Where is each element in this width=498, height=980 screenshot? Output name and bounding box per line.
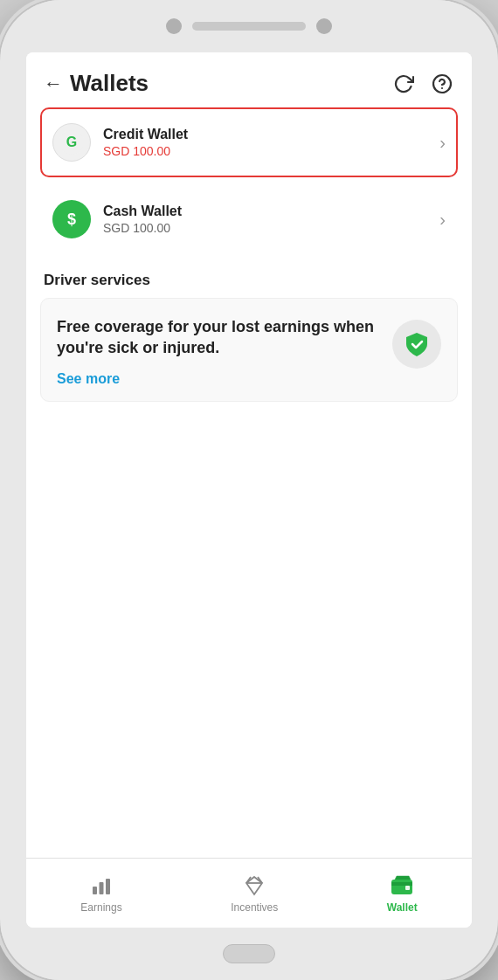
svg-rect-5 xyxy=(93,887,97,894)
svg-rect-14 xyxy=(405,886,410,890)
credit-wallet-icon-wrap: G xyxy=(52,123,91,162)
grab-g-icon: G xyxy=(59,129,85,155)
driver-services-title: Free coverage for your lost earnings whe… xyxy=(57,316,378,359)
front-camera-right xyxy=(316,18,332,34)
see-more-link[interactable]: See more xyxy=(57,371,120,386)
page-title: Wallets xyxy=(70,70,391,97)
tab-wallet[interactable]: Wallet xyxy=(370,866,435,921)
cash-wallet-name: Cash Wallet xyxy=(103,204,432,219)
tab-wallet-label: Wallet xyxy=(387,901,418,914)
app-screen: ← Wallets xyxy=(26,52,472,928)
credit-wallet-balance: SGD 100.00 xyxy=(103,144,432,158)
help-button[interactable] xyxy=(430,72,454,96)
credit-wallet-info: Credit Wallet SGD 100.00 xyxy=(103,127,432,158)
back-button[interactable]: ← xyxy=(44,72,63,95)
refresh-button[interactable] xyxy=(391,72,416,96)
header-icons xyxy=(391,72,454,96)
svg-rect-6 xyxy=(99,882,103,894)
tab-incentives[interactable]: Incentives xyxy=(213,866,295,921)
tab-incentives-label: Incentives xyxy=(231,901,278,914)
phone-shell: ← Wallets xyxy=(0,0,498,980)
wallet-tab-icon xyxy=(390,873,414,898)
front-camera xyxy=(166,18,182,34)
cash-wallet-info: Cash Wallet SGD 100.00 xyxy=(103,204,432,235)
credit-wallet-name: Credit Wallet xyxy=(103,127,432,142)
tab-earnings[interactable]: Earnings xyxy=(63,866,139,921)
cash-wallet-icon-wrap: $ xyxy=(52,200,91,238)
tab-bar: Earnings Incentives xyxy=(26,858,472,928)
speaker xyxy=(192,22,306,31)
phone-bottom xyxy=(0,928,498,980)
svg-rect-7 xyxy=(106,879,110,894)
cash-wallet-chevron: › xyxy=(439,210,446,230)
svg-text:G: G xyxy=(66,135,77,149)
shield-check-icon-wrap xyxy=(392,320,441,369)
driver-services-card: Free coverage for your lost earnings whe… xyxy=(40,298,458,402)
svg-text:$: $ xyxy=(67,210,76,228)
svg-rect-13 xyxy=(391,882,412,886)
driver-services-text: Free coverage for your lost earnings whe… xyxy=(57,316,378,387)
phone-top-bar xyxy=(0,0,498,52)
app-header: ← Wallets xyxy=(26,52,472,107)
shield-check-icon xyxy=(403,330,431,358)
tab-earnings-label: Earnings xyxy=(80,901,121,914)
driver-services-label: Driver services xyxy=(26,261,472,298)
dollar-icon: $ xyxy=(60,208,83,231)
home-button[interactable] xyxy=(223,944,275,963)
content-spacer xyxy=(26,402,472,858)
wallets-list: G Credit Wallet SGD 100.00 › $ xyxy=(26,107,472,261)
bar-chart-icon xyxy=(89,873,114,898)
credit-wallet-chevron: › xyxy=(439,133,446,153)
diamond-icon xyxy=(242,873,266,898)
cash-wallet-balance: SGD 100.00 xyxy=(103,221,432,235)
cash-wallet-item[interactable]: $ Cash Wallet SGD 100.00 › xyxy=(40,184,458,254)
credit-wallet-item[interactable]: G Credit Wallet SGD 100.00 › xyxy=(40,107,458,177)
